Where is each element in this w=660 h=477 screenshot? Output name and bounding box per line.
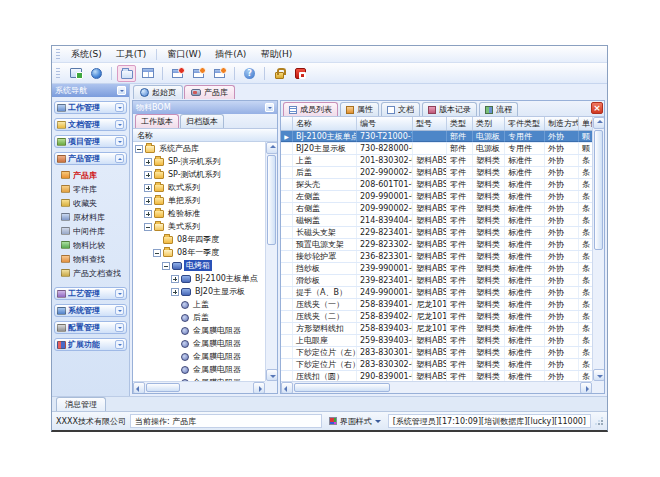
exit-button[interactable]: [291, 65, 310, 82]
expand-icon[interactable]: [144, 158, 152, 166]
table-row[interactable]: 下纱定位片（左）283-830301-00X塑料ABS零件塑料类标准件外协条: [281, 347, 592, 359]
expand-icon[interactable]: [144, 197, 152, 205]
tab-member-list[interactable]: 成员列表: [283, 102, 338, 116]
nav-group-header-product-management[interactable]: 产品管理: [54, 152, 127, 165]
chevron-down-icon[interactable]: [115, 340, 124, 349]
tree-node-17[interactable]: 金属膜电阻器: [133, 363, 265, 376]
table-row[interactable]: 压线夹（一）258-839401-00X尼龙1010零件塑料类标准件外协条: [281, 299, 592, 311]
table-row[interactable]: 压线夹（二）258-839402-00X尼龙1010零件塑料类标准件外协条: [281, 311, 592, 323]
column-header-7[interactable]: 单位: [579, 117, 593, 130]
menu-window[interactable]: 窗口(W): [160, 47, 208, 62]
expand-icon[interactable]: [144, 210, 152, 218]
bom-vscroll-thumb[interactable]: [267, 155, 276, 245]
column-header-6[interactable]: 制造方式: [545, 117, 579, 130]
chevron-up-icon[interactable]: [115, 154, 124, 163]
column-header-3[interactable]: 类型: [447, 117, 473, 130]
interface-style-dropdown[interactable]: 界面样式: [326, 414, 384, 428]
grid-vertical-scrollbar[interactable]: [592, 117, 604, 381]
tab-properties[interactable]: 属性: [340, 102, 379, 116]
nav-group-header-extensions[interactable]: 扩展功能: [54, 338, 127, 351]
column-header-5[interactable]: 零件类型: [505, 117, 545, 130]
scroll-left-icon[interactable]: [133, 382, 145, 393]
sidebar-item-raw-material-library[interactable]: 原材料库: [61, 210, 127, 224]
tree-node-4[interactable]: 单把系列: [133, 194, 265, 207]
table-row[interactable]: 预置电源支架229-823302-00X塑料ABS零件塑料类标准件外协条: [281, 239, 592, 251]
table-row[interactable]: 左侧盖209-990001-01X塑料ABS零件塑料类标准件外协条: [281, 191, 592, 203]
collapse-icon[interactable]: [162, 262, 170, 270]
nav-group-header-system-management[interactable]: 系统管理: [54, 304, 127, 317]
tree-node-5[interactable]: 检验标准: [133, 207, 265, 220]
column-header-2[interactable]: 型号: [413, 117, 447, 130]
menu-help[interactable]: 帮助(H): [253, 47, 299, 62]
tree-node-16[interactable]: 金属膜电阻器: [133, 350, 265, 363]
sidebar-item-favorites[interactable]: 收藏夹: [61, 196, 127, 210]
window-settings-button[interactable]: [189, 65, 208, 82]
help-button[interactable]: [240, 65, 259, 82]
nav-group-header-work-management[interactable]: 工作管理: [54, 101, 127, 114]
lock-button[interactable]: [270, 65, 289, 82]
nav-group-header-config-management[interactable]: 配置管理: [54, 321, 127, 334]
table-row[interactable]: BJ-2100主板单点730-T21000-12X部件电源板专用件外协颗: [281, 131, 592, 143]
tree-node-12[interactable]: 上盖: [133, 298, 265, 311]
expand-icon[interactable]: [144, 184, 152, 192]
table-row[interactable]: 上盖201-830302-00X塑料ABS零件塑料类标准件外协条: [281, 155, 592, 167]
table-row[interactable]: 磁钢盖214-839404-01X塑料ABS零件塑料类标准件外协条: [281, 215, 592, 227]
tab-product-library[interactable]: 产品库: [184, 85, 235, 99]
grid-horizontal-scrollbar[interactable]: [281, 381, 592, 393]
table-row[interactable]: 提手（A、B）249-990001-01X塑料ABS零件塑料类标准件外协条: [281, 287, 592, 299]
tree-node-2[interactable]: SP-测试机系列: [133, 168, 265, 181]
bom-horizontal-scrollbar[interactable]: [133, 381, 265, 393]
scroll-left-icon[interactable]: [281, 382, 293, 393]
expand-icon[interactable]: [171, 275, 179, 283]
new-window-button[interactable]: [168, 65, 187, 82]
table-row[interactable]: 挡纱板239-990001-01X塑料ABS零件塑料类标准件外协条: [281, 263, 592, 275]
table-row[interactable]: 下纱定位片（右）283-830302-00X塑料ABS零件塑料类标准件外协条: [281, 359, 592, 371]
table-row[interactable]: 接纱轮护罩236-823301-00X塑料ABS零件塑料类标准件外协条: [281, 251, 592, 263]
tree-node-1[interactable]: SP-演示机系列: [133, 155, 265, 168]
scroll-up-icon[interactable]: [266, 142, 277, 154]
tree-node-13[interactable]: 后盖: [133, 311, 265, 324]
resize-grip[interactable]: [595, 417, 603, 425]
collapse-icon[interactable]: [135, 145, 143, 153]
column-header-0[interactable]: 名称: [293, 117, 357, 130]
tab-version-history[interactable]: 版本记录: [422, 102, 477, 116]
layout-button[interactable]: [138, 65, 157, 82]
tree-node-11[interactable]: BJ20主显示板: [133, 285, 265, 298]
sidebar-menu-button[interactable]: [117, 86, 126, 95]
scroll-right-icon[interactable]: [253, 382, 265, 393]
bom-vertical-scrollbar[interactable]: [265, 142, 277, 381]
tree-node-10[interactable]: BJ-2100主板单点: [133, 272, 265, 285]
table-row[interactable]: 探头壳208-601T01-01X塑料ABS零件塑料类标准件外协条: [281, 179, 592, 191]
menu-tools[interactable]: 工具(T): [109, 47, 154, 62]
chevron-down-icon[interactable]: [115, 137, 124, 146]
message-management-tab[interactable]: 消息管理: [56, 397, 106, 411]
chevron-down-icon[interactable]: [115, 323, 124, 332]
scroll-down-icon[interactable]: [266, 369, 277, 381]
close-panel-button[interactable]: [591, 102, 603, 114]
collapse-icon[interactable]: [153, 249, 161, 257]
tab-archived-version[interactable]: 归档版本: [180, 114, 224, 128]
tab-start-page[interactable]: 起始页: [133, 85, 183, 99]
grid-hscroll-thumb[interactable]: [294, 383, 390, 392]
scroll-right-icon[interactable]: [580, 382, 592, 393]
pin-icon[interactable]: [265, 103, 274, 112]
tree-node-8[interactable]: 08年一季度: [133, 246, 265, 259]
sidebar-item-parts-library[interactable]: 零件库: [61, 182, 127, 196]
chevron-down-icon[interactable]: [115, 289, 124, 298]
sidebar-item-material-search[interactable]: 物料查找: [61, 252, 127, 266]
table-row[interactable]: 后盖202-990002-01X塑料ABS零件塑料类标准件外协条: [281, 167, 592, 179]
open-library-button[interactable]: [117, 65, 136, 82]
column-header-4[interactable]: 类别: [473, 117, 505, 130]
collapse-icon[interactable]: [144, 223, 152, 231]
column-header-1[interactable]: 编号: [357, 117, 413, 130]
sidebar-item-material-compare[interactable]: 物料比较: [61, 238, 127, 252]
table-row[interactable]: BJ20主显示板730-828000-04X部件电源板专用件外协颗: [281, 143, 592, 155]
chevron-down-icon[interactable]: [115, 120, 124, 129]
expand-icon[interactable]: [144, 171, 152, 179]
scroll-up-icon[interactable]: [593, 117, 604, 129]
bom-hscroll-thumb[interactable]: [146, 383, 180, 392]
tree-node-3[interactable]: 欧式系列: [133, 181, 265, 194]
menu-plugins[interactable]: 插件(A): [208, 47, 253, 62]
tab-working-version[interactable]: 工作版本: [135, 114, 179, 128]
nav-group-header-project-management[interactable]: 项目管理: [54, 135, 127, 148]
